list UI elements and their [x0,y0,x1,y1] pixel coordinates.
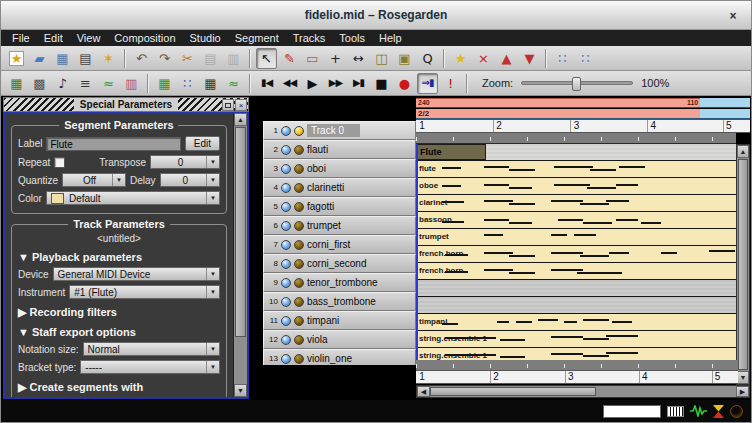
mute-led-icon[interactable] [281,354,291,364]
tick-ruler-top[interactable] [416,133,736,144]
scrollbar-thumb[interactable] [235,127,246,337]
playback-pointer[interactable] [416,144,418,360]
forward-to-end-icon[interactable]: ▶▮ [348,73,369,94]
track-name[interactable]: oboi [307,163,326,174]
new-file-icon[interactable]: ★ [6,48,27,69]
track-name[interactable]: clarinetti [307,182,344,193]
undo-icon[interactable]: ↶ [131,48,152,69]
empty-track-lane[interactable] [416,297,738,314]
scroll-up-icon[interactable]: ▲ [737,145,749,158]
print-preview-icon[interactable]: ✶ [98,48,119,69]
mute-led-icon[interactable] [281,164,291,174]
mute-led-icon[interactable] [281,183,291,193]
menu-composition[interactable]: Composition [107,30,182,46]
track-row[interactable]: 11timpani [263,311,416,330]
track-name[interactable]: fagotti [307,201,334,212]
segment[interactable]: bassoon [416,212,738,229]
play-icon[interactable]: ▶ [302,73,323,94]
track-row[interactable]: 9tenor_trombone [263,273,416,292]
transpose-dropdown[interactable]: 0▼ [150,155,220,169]
track-name[interactable]: bass_trombone [307,296,376,307]
record-led-icon[interactable] [294,183,304,193]
toolbar-grip-icon[interactable]: ∷ [552,48,573,69]
save-file-icon[interactable]: ▦ [52,48,73,69]
panel-close-button[interactable]: × [235,99,247,111]
record-led-icon[interactable] [294,164,304,174]
empty-track-lane[interactable] [416,280,738,297]
join-tool-icon[interactable]: ▣ [394,48,415,69]
delete-track-icon[interactable]: × [473,48,494,69]
draw-tool-icon[interactable]: ✎ [279,48,300,69]
segment[interactable]: clarinet [416,195,738,212]
track-row[interactable]: 6trumpet [263,216,416,235]
instrument-dropdown[interactable]: #1 (Flute)▼ [69,285,220,299]
record-led-icon[interactable] [294,259,304,269]
move-track-down-icon[interactable]: ▼ [519,48,540,69]
mute-led-icon[interactable] [281,126,291,136]
record-led-icon[interactable] [294,278,304,288]
audio-manager-icon[interactable]: ≈ [98,73,119,94]
select-tool-icon[interactable]: ↖ [256,48,277,69]
scrollbar-thumb[interactable] [738,159,748,370]
rewind-icon[interactable]: ◀◀ [279,73,300,94]
track-row[interactable]: 2flauti [263,140,416,159]
menu-tools[interactable]: Tools [332,30,372,46]
scrollbar-thumb[interactable] [430,387,596,396]
bar-ruler-top[interactable]: 12345 [416,119,750,133]
synth-plugin-icon[interactable]: ∷ [177,73,198,94]
segment[interactable]: oboe [416,178,738,195]
mute-led-icon[interactable] [281,221,291,231]
audio-faders-icon[interactable]: ≈ [223,73,244,94]
loop-icon[interactable]: ⇒▮ [417,73,438,94]
mute-led-icon[interactable] [281,202,291,212]
track-row[interactable]: 3oboi [263,159,416,178]
scroll-down-icon[interactable]: ▼ [737,371,749,384]
menu-studio[interactable]: Studio [183,30,228,46]
move-track-up-icon[interactable]: ▲ [496,48,517,69]
timesig-ruler[interactable]: 2/2 [416,109,750,119]
segment[interactable]: french.horn. [416,246,738,263]
track-name[interactable]: viola [307,334,328,345]
mute-led-icon[interactable] [281,240,291,250]
menu-edit[interactable]: Edit [37,30,70,46]
color-dropdown[interactable]: Default ▼ [46,191,220,205]
stop-icon[interactable]: ■ [371,73,392,94]
canvas-hscrollbar[interactable]: ◀ ▶ [416,385,750,398]
matrix-editor-icon[interactable]: ▦ [6,73,27,94]
track-row[interactable]: 12viola [263,330,416,349]
fast-forward-icon[interactable]: ▶▶ [325,73,346,94]
segment[interactable]: flute [416,161,738,178]
record-led-icon[interactable] [294,145,304,155]
panel-title-bar[interactable]: Special Parameters × [3,97,249,112]
device-dropdown[interactable]: General MIDI Device▼ [53,267,220,281]
panel-dock-button[interactable] [222,99,234,111]
menu-tracks[interactable]: Tracks [286,30,333,46]
menu-segment[interactable]: Segment [228,30,286,46]
toolbar-grip-icon[interactable]: ∷ [575,48,596,69]
edit-label-button[interactable]: Edit [185,136,220,151]
record-led-icon[interactable] [294,221,304,231]
zoom-slider[interactable] [521,81,633,85]
notation-editor-icon[interactable]: ♪ [52,73,73,94]
open-file-icon[interactable]: ▰ [29,48,50,69]
quantize-dropdown[interactable]: Off▼ [62,173,126,187]
scroll-right-icon[interactable]: ▶ [736,386,749,397]
close-window-button[interactable]: × [725,8,741,24]
record-led-icon[interactable] [294,316,304,326]
track-row[interactable]: 13violin_one [263,349,416,365]
rewind-to-start-icon[interactable]: ▮◀ [256,73,277,94]
staff-export-header[interactable]: ▼ Staff export options [18,326,220,338]
track-row[interactable]: 1Track 0 [263,121,416,140]
track-row[interactable]: 4clarinetti [263,178,416,197]
record-led-icon[interactable] [294,335,304,345]
zoom-slider-thumb[interactable] [572,77,581,91]
cut-icon[interactable]: ✂ [177,48,198,69]
record-led-icon[interactable] [294,297,304,307]
create-segments-header[interactable]: ▶ Create segments with [18,381,220,394]
menu-help[interactable]: Help [372,30,409,46]
track-row[interactable]: 10bass_trombone [263,292,416,311]
selected-segment[interactable]: Flute [416,144,486,160]
segment[interactable]: french.horn. [416,263,738,280]
canvas-vscrollbar[interactable]: ▲ ▼ [736,144,750,385]
record-led-icon[interactable] [294,240,304,250]
